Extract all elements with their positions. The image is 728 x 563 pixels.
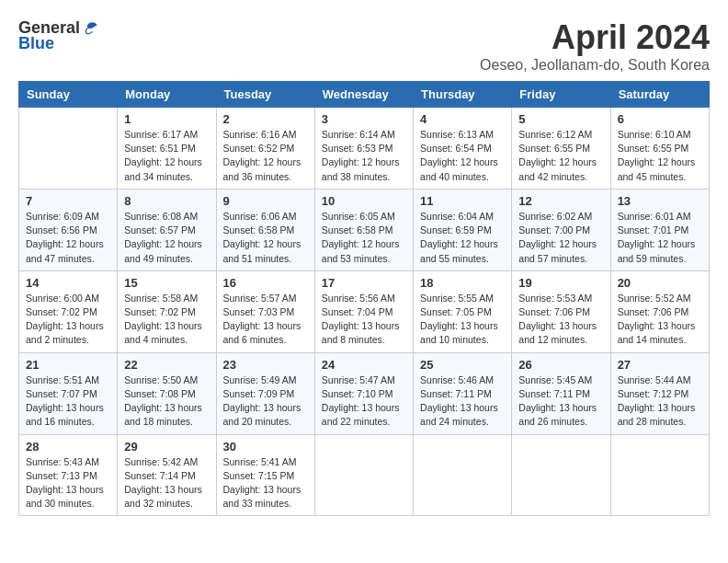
day-info: Sunrise: 5:41 AM Sunset: 7:15 PM Dayligh… — [223, 455, 308, 511]
calendar-cell: 30Sunrise: 5:41 AM Sunset: 7:15 PM Dayli… — [216, 434, 314, 516]
day-number: 27 — [618, 358, 702, 372]
calendar-cell: 8Sunrise: 6:08 AM Sunset: 6:57 PM Daylig… — [118, 189, 216, 270]
day-info: Sunrise: 6:12 AM Sunset: 6:55 PM Dayligh… — [518, 128, 603, 184]
calendar-cell: 10Sunrise: 6:05 AM Sunset: 6:58 PM Dayli… — [314, 189, 413, 270]
day-info: Sunrise: 6:09 AM Sunset: 6:56 PM Dayligh… — [26, 210, 110, 266]
month-title: April 2024 — [480, 18, 710, 57]
calendar-cell: 4Sunrise: 6:13 AM Sunset: 6:54 PM Daylig… — [414, 108, 512, 190]
logo-blue-text: Blue — [18, 34, 54, 53]
title-section: April 2024 Oeseo, Jeollanam-do, South Ko… — [480, 18, 710, 74]
day-info: Sunrise: 5:57 AM Sunset: 7:03 PM Dayligh… — [223, 292, 308, 348]
day-info: Sunrise: 6:13 AM Sunset: 6:54 PM Dayligh… — [420, 128, 505, 184]
header-day-thursday: Thursday — [414, 82, 512, 108]
calendar-cell: 17Sunrise: 5:56 AM Sunset: 7:04 PM Dayli… — [314, 270, 413, 352]
day-number: 13 — [618, 194, 702, 208]
calendar-cell: 22Sunrise: 5:50 AM Sunset: 7:08 PM Dayli… — [118, 352, 216, 434]
day-info: Sunrise: 6:17 AM Sunset: 6:51 PM Dayligh… — [124, 128, 209, 184]
calendar-cell: 9Sunrise: 6:06 AM Sunset: 6:58 PM Daylig… — [216, 189, 314, 270]
day-info: Sunrise: 5:51 AM Sunset: 7:07 PM Dayligh… — [26, 373, 110, 430]
day-info: Sunrise: 6:10 AM Sunset: 6:55 PM Dayligh… — [618, 128, 702, 184]
calendar-cell: 26Sunrise: 5:45 AM Sunset: 7:11 PM Dayli… — [512, 352, 610, 434]
calendar-cell: 12Sunrise: 6:02 AM Sunset: 7:00 PM Dayli… — [512, 189, 610, 270]
calendar-cell: 14Sunrise: 6:00 AM Sunset: 7:02 PM Dayli… — [19, 270, 118, 352]
calendar-cell — [610, 434, 709, 516]
calendar-cell: 11Sunrise: 6:04 AM Sunset: 6:59 PM Dayli… — [414, 189, 512, 270]
day-number: 15 — [124, 276, 209, 290]
day-number: 21 — [26, 358, 110, 372]
day-number: 4 — [420, 112, 505, 126]
page-header: General Blue April 2024 Oeseo, Jeollanam… — [18, 18, 710, 74]
calendar-cell: 3Sunrise: 6:14 AM Sunset: 6:53 PM Daylig… — [314, 108, 413, 190]
day-number: 12 — [518, 194, 603, 208]
calendar-week-row: 1Sunrise: 6:17 AM Sunset: 6:51 PM Daylig… — [19, 108, 710, 190]
header-day-tuesday: Tuesday — [216, 82, 314, 108]
day-info: Sunrise: 5:56 AM Sunset: 7:04 PM Dayligh… — [322, 292, 406, 348]
day-info: Sunrise: 6:04 AM Sunset: 6:59 PM Dayligh… — [420, 210, 505, 266]
calendar-cell: 21Sunrise: 5:51 AM Sunset: 7:07 PM Dayli… — [19, 352, 118, 434]
calendar-cell: 25Sunrise: 5:46 AM Sunset: 7:11 PM Dayli… — [414, 352, 512, 434]
day-info: Sunrise: 5:53 AM Sunset: 7:06 PM Dayligh… — [518, 292, 603, 348]
day-number: 1 — [124, 112, 209, 126]
header-day-friday: Friday — [512, 82, 610, 108]
calendar-cell: 24Sunrise: 5:47 AM Sunset: 7:10 PM Dayli… — [314, 352, 413, 434]
calendar-week-row: 14Sunrise: 6:00 AM Sunset: 7:02 PM Dayli… — [19, 270, 710, 352]
day-number: 11 — [420, 194, 505, 208]
calendar-cell — [314, 434, 413, 516]
day-number: 7 — [26, 194, 110, 208]
day-info: Sunrise: 5:50 AM Sunset: 7:08 PM Dayligh… — [124, 373, 209, 430]
day-number: 19 — [518, 276, 603, 290]
calendar-cell: 23Sunrise: 5:49 AM Sunset: 7:09 PM Dayli… — [216, 352, 314, 434]
calendar-week-row: 21Sunrise: 5:51 AM Sunset: 7:07 PM Dayli… — [19, 352, 710, 434]
calendar-cell: 15Sunrise: 5:58 AM Sunset: 7:02 PM Dayli… — [118, 270, 216, 352]
day-number: 29 — [124, 440, 209, 454]
day-number: 20 — [618, 276, 702, 290]
day-info: Sunrise: 5:42 AM Sunset: 7:14 PM Dayligh… — [124, 455, 209, 511]
day-number: 10 — [322, 194, 406, 208]
calendar-cell: 18Sunrise: 5:55 AM Sunset: 7:05 PM Dayli… — [414, 270, 512, 352]
calendar-cell — [19, 108, 118, 190]
day-number: 30 — [223, 440, 308, 454]
calendar-cell: 27Sunrise: 5:44 AM Sunset: 7:12 PM Dayli… — [610, 352, 709, 434]
location-subtitle: Oeseo, Jeollanam-do, South Korea — [480, 57, 710, 74]
day-number: 16 — [223, 276, 308, 290]
day-number: 25 — [420, 358, 505, 372]
day-info: Sunrise: 6:01 AM Sunset: 7:01 PM Dayligh… — [618, 210, 702, 266]
day-number: 2 — [223, 112, 308, 126]
day-number: 22 — [124, 358, 209, 372]
calendar-cell: 19Sunrise: 5:53 AM Sunset: 7:06 PM Dayli… — [512, 270, 610, 352]
day-info: Sunrise: 5:55 AM Sunset: 7:05 PM Dayligh… — [420, 292, 505, 348]
calendar-cell: 2Sunrise: 6:16 AM Sunset: 6:52 PM Daylig… — [216, 108, 314, 190]
calendar-header-row: SundayMondayTuesdayWednesdayThursdayFrid… — [19, 82, 710, 108]
day-info: Sunrise: 6:06 AM Sunset: 6:58 PM Dayligh… — [223, 210, 308, 266]
calendar-cell — [414, 434, 512, 516]
calendar-week-row: 7Sunrise: 6:09 AM Sunset: 6:56 PM Daylig… — [19, 189, 710, 270]
calendar-cell — [512, 434, 610, 516]
calendar-cell: 6Sunrise: 6:10 AM Sunset: 6:55 PM Daylig… — [610, 108, 709, 190]
day-info: Sunrise: 5:46 AM Sunset: 7:11 PM Dayligh… — [420, 373, 505, 430]
calendar-cell: 29Sunrise: 5:42 AM Sunset: 7:14 PM Dayli… — [118, 434, 216, 516]
day-number: 9 — [223, 194, 308, 208]
header-day-saturday: Saturday — [610, 82, 709, 108]
day-info: Sunrise: 6:05 AM Sunset: 6:58 PM Dayligh… — [322, 210, 406, 266]
calendar-cell: 28Sunrise: 5:43 AM Sunset: 7:13 PM Dayli… — [19, 434, 118, 516]
day-info: Sunrise: 6:00 AM Sunset: 7:02 PM Dayligh… — [26, 292, 110, 348]
day-info: Sunrise: 6:02 AM Sunset: 7:00 PM Dayligh… — [518, 210, 603, 266]
calendar-cell: 13Sunrise: 6:01 AM Sunset: 7:01 PM Dayli… — [610, 189, 709, 270]
day-info: Sunrise: 5:52 AM Sunset: 7:06 PM Dayligh… — [618, 292, 702, 348]
day-info: Sunrise: 5:44 AM Sunset: 7:12 PM Dayligh… — [618, 373, 702, 430]
calendar-cell: 7Sunrise: 6:09 AM Sunset: 6:56 PM Daylig… — [19, 189, 118, 270]
day-number: 24 — [322, 358, 406, 372]
logo: General Blue — [18, 18, 100, 53]
day-number: 8 — [124, 194, 209, 208]
day-info: Sunrise: 5:49 AM Sunset: 7:09 PM Dayligh… — [223, 373, 308, 430]
day-info: Sunrise: 5:43 AM Sunset: 7:13 PM Dayligh… — [26, 455, 110, 511]
header-day-wednesday: Wednesday — [314, 82, 413, 108]
day-number: 26 — [518, 358, 603, 372]
day-number: 3 — [322, 112, 406, 126]
day-info: Sunrise: 5:58 AM Sunset: 7:02 PM Dayligh… — [124, 292, 209, 348]
day-number: 28 — [26, 440, 110, 454]
header-day-monday: Monday — [118, 82, 216, 108]
day-number: 5 — [518, 112, 603, 126]
day-number: 14 — [26, 276, 110, 290]
day-number: 23 — [223, 358, 308, 372]
